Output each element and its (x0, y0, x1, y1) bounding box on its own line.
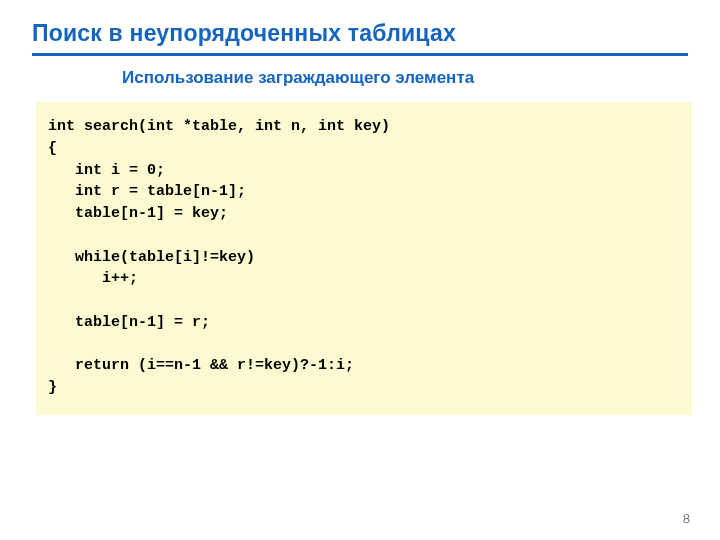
page-number: 8 (683, 511, 690, 526)
slide-title: Поиск в неупорядоченных таблицах (32, 20, 688, 53)
code-block: int search(int *table, int n, int key) {… (36, 102, 692, 415)
slide-subtitle: Использование заграждающего элемента (32, 68, 688, 88)
title-underline (32, 53, 688, 56)
slide: Поиск в неупорядоченных таблицах Использ… (0, 0, 720, 540)
